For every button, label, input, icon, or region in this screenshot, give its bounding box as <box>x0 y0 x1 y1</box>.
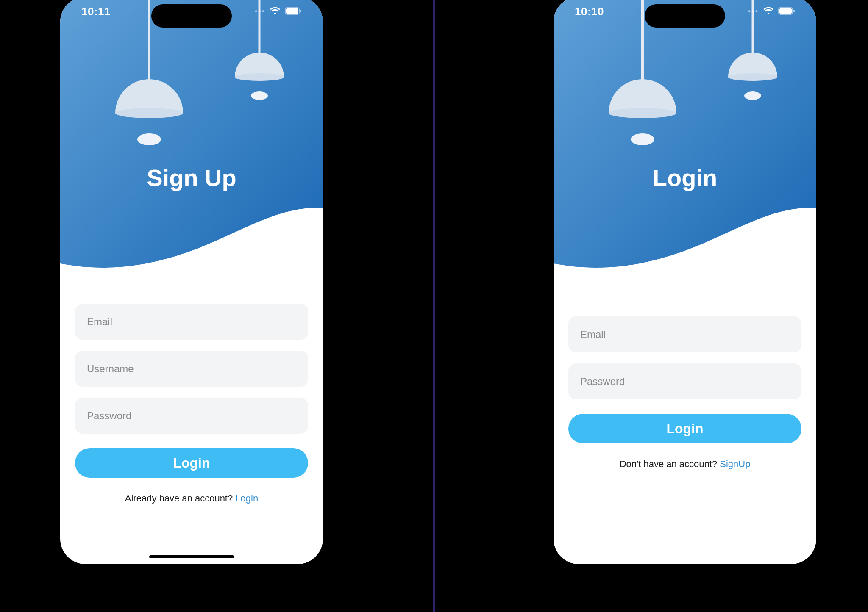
username-field[interactable] <box>75 351 308 387</box>
wifi-icon <box>270 7 281 17</box>
footer-question: Already have an account? <box>125 493 236 504</box>
footer-text: Don't have an account? SignUp <box>568 459 801 470</box>
status-time: 10:11 <box>81 5 111 18</box>
svg-point-4 <box>235 73 284 81</box>
svg-point-14 <box>744 91 761 100</box>
home-indicator[interactable] <box>149 555 234 558</box>
login-link[interactable]: Login <box>235 493 258 504</box>
svg-point-10 <box>609 108 676 118</box>
status-dots-icon: ••• <box>255 7 265 16</box>
svg-point-5 <box>251 91 268 100</box>
page-title: Login <box>554 164 816 191</box>
page-title: Sign Up <box>60 164 323 191</box>
email-field[interactable] <box>568 316 801 352</box>
wifi-icon <box>763 7 774 17</box>
svg-rect-7 <box>286 8 298 14</box>
login-screen: 10:10 ••• Login Login <box>554 0 816 564</box>
password-field[interactable] <box>75 398 308 434</box>
battery-icon <box>778 7 795 17</box>
svg-point-1 <box>115 108 183 118</box>
signup-form: Login Already have an account? Login <box>60 304 323 504</box>
device-notch <box>645 4 725 28</box>
svg-rect-8 <box>300 10 301 12</box>
signup-link[interactable]: SignUp <box>720 459 750 469</box>
svg-rect-17 <box>793 10 795 12</box>
svg-point-2 <box>137 133 161 145</box>
svg-point-13 <box>728 73 777 81</box>
status-time: 10:10 <box>575 5 604 18</box>
footer-text: Already have an account? Login <box>75 493 308 504</box>
svg-point-11 <box>631 133 654 145</box>
device-notch <box>151 4 232 28</box>
battery-icon <box>285 7 302 17</box>
status-dots-icon: ••• <box>748 7 759 16</box>
footer-question: Don't have an account? <box>620 459 720 469</box>
login-button[interactable]: Login <box>75 448 308 478</box>
login-button[interactable]: Login <box>568 414 801 443</box>
svg-rect-16 <box>779 8 792 14</box>
signup-screen: 10:11 ••• Sign Up Login <box>60 0 323 564</box>
login-form: Login Don't have an account? SignUp <box>554 316 816 470</box>
password-field[interactable] <box>568 363 801 399</box>
split-divider <box>434 0 435 612</box>
email-field[interactable] <box>75 304 308 340</box>
